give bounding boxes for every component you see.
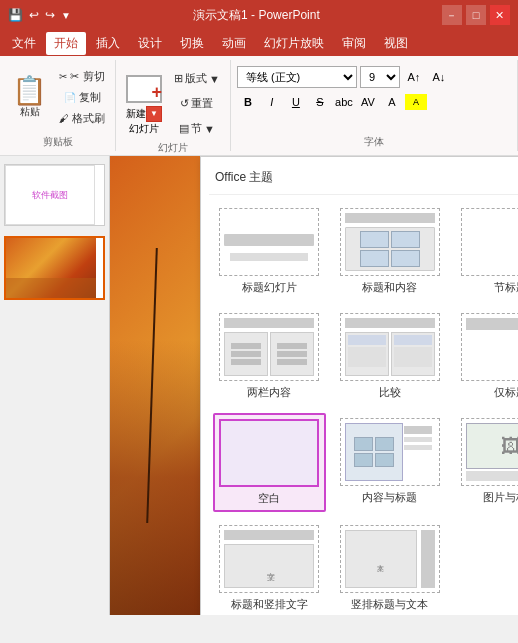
layout-icon: ⊞ [174,72,183,85]
layout-label-vertical-title: 竖排标题与文本 [351,597,428,612]
section-icon: ▤ [179,122,189,135]
layout-grid: 标题幻灯片 [209,203,518,615]
layout-label: 版式 [185,71,207,86]
layout-button[interactable]: ⊞ 版式 ▼ [170,68,224,89]
layout-section[interactable]: 节标题 [454,203,518,300]
layout-thumb-title-content [340,208,440,276]
cut-button[interactable]: ✂ ✂ 剪切 [55,67,109,86]
customize-icon[interactable]: ▼ [61,10,71,21]
layout-thumb-section [461,208,518,276]
ribbon-group-font: 等线 (正文) 9 A↑ A↓ B I U S abc AV A A 字体 [231,60,518,151]
slide-2-preview [6,238,96,298]
new-slide-button[interactable]: + [122,72,166,106]
slide-thumbnail-2[interactable] [4,236,105,300]
minimize-btn[interactable]: － [442,5,462,25]
layout-thumb-two-content [219,313,319,381]
picture-icon: 🖼 [501,435,518,458]
layout-vertical-title[interactable]: 文本 竖排标题与文本 [334,520,447,615]
layout-title-only[interactable]: 仅标题 [454,308,518,405]
underline-btn[interactable]: U [285,91,307,113]
layout-blank[interactable]: 空白 [213,413,326,512]
paste-label: 粘贴 [20,105,40,119]
ribbon-group-slides: + 新建 ▼ 幻灯片 ⊞ 版式 ▼ ↺ 重置 [116,60,231,151]
layout-comparison[interactable]: 比较 [334,308,447,405]
menu-transition[interactable]: 切换 [172,32,212,55]
new-slide-label: 新建 [126,107,146,121]
increase-font-btn[interactable]: A↑ [403,66,425,88]
section-arrow: ▼ [204,123,215,135]
paste-button[interactable]: 📋 粘贴 [6,62,53,133]
redo-icon[interactable]: ↪ [45,8,55,22]
new-slide-icon: + [126,75,162,103]
layout-label-title-vertical: 标题和竖排文字 [231,597,308,612]
strikethrough-btn[interactable]: S [309,91,331,113]
copy-icon: 📄 [64,92,76,103]
new-slide-dropdown[interactable]: ▼ [146,106,162,122]
font-size-select[interactable]: 9 [360,66,400,88]
layout-thumb-content-caption [340,418,440,486]
layout-arrow: ▼ [209,73,220,85]
layout-label-title-slide: 标题幻灯片 [242,280,297,295]
bold-btn[interactable]: B [237,91,259,113]
layout-thumb-picture-caption: 🖼 [461,418,518,486]
menu-bar: 文件 开始 插入 设计 切换 动画 幻灯片放映 审阅 视图 [0,30,518,56]
char-spacing-btn[interactable]: AV [357,91,379,113]
menu-insert[interactable]: 插入 [88,32,128,55]
layout-label-blank: 空白 [258,491,280,506]
layout-title-slide[interactable]: 标题幻灯片 [213,203,326,300]
layout-thumb-comparison [340,313,440,381]
highlight-btn[interactable]: A [405,94,427,110]
menu-view[interactable]: 视图 [376,32,416,55]
slide-thumbnail-1[interactable]: 软件截图 [4,164,105,226]
layout-label-comparison: 比较 [379,385,401,400]
font-name-select[interactable]: 等线 (正文) [237,66,357,88]
layout-title-vertical[interactable]: 文字 标题和竖排文字 [213,520,326,615]
menu-home[interactable]: 开始 [46,32,86,55]
reset-button[interactable]: ↺ 重置 [170,93,224,114]
format-painter-icon: 🖌 [59,113,69,124]
section-button[interactable]: ▤ 节 ▼ [170,118,224,139]
ribbon-group-clipboard: 📋 粘贴 ✂ ✂ 剪切 📄 复制 🖌 格式刷 剪贴板 [0,60,116,151]
menu-animation[interactable]: 动画 [214,32,254,55]
slide-1-text: 软件截图 [32,189,68,202]
text-shadow-btn[interactable]: abc [333,91,355,113]
save-icon[interactable]: 💾 [8,8,23,22]
slide-panel[interactable]: 1 软件截图 2 [0,156,110,615]
undo-icon[interactable]: ↩ [29,8,39,22]
layout-two-content[interactable]: 两栏内容 [213,308,326,405]
layout-title-content[interactable]: 标题和内容 [334,203,447,300]
menu-review[interactable]: 审阅 [334,32,374,55]
decrease-font-btn[interactable]: A↓ [428,66,450,88]
menu-slideshow[interactable]: 幻灯片放映 [256,32,332,55]
menu-file[interactable]: 文件 [4,32,44,55]
copy-button[interactable]: 📄 复制 [55,88,109,107]
layout-content-caption[interactable]: 内容与标题 [334,413,447,512]
format-label: 格式刷 [72,111,105,126]
maximize-btn[interactable]: □ [466,5,486,25]
ribbon: 📋 粘贴 ✂ ✂ 剪切 📄 复制 🖌 格式刷 剪贴板 [0,56,518,156]
cut-label: ✂ 剪切 [70,69,104,84]
section-label: 节 [191,121,202,136]
layout-label-content-caption: 内容与标题 [362,490,417,505]
new-slide-label2: 幻灯片 [129,122,159,136]
font-color-btn[interactable]: A [381,91,403,113]
slides-label: 幻灯片 [158,139,188,155]
layout-thumb-vertical-title: 文本 [340,525,440,593]
layout-label-picture-caption: 图片与标题 [483,490,518,505]
new-slide-bottom: 新建 ▼ [122,106,166,122]
reset-label: 重置 [191,96,213,111]
layout-thumb-title-vertical: 文字 [219,525,319,593]
close-btn[interactable]: ✕ [490,5,510,25]
layout-picture-caption[interactable]: 🖼 图片与标题 [454,413,518,512]
clipboard-label: 剪贴板 [43,133,73,149]
new-slide-area: + 新建 ▼ 幻灯片 [122,72,166,136]
format-painter-button[interactable]: 🖌 格式刷 [55,109,109,128]
window-controls: － □ ✕ [442,5,510,25]
layout-label-two-content: 两栏内容 [247,385,291,400]
layout-thumb-blank [219,419,319,487]
menu-design[interactable]: 设计 [130,32,170,55]
content-area: Office 主题 标题幻灯片 [110,156,518,615]
italic-btn[interactable]: I [261,91,283,113]
main-area: 1 软件截图 2 Office 主题 [0,156,518,615]
layout-thumb-title [219,208,319,276]
